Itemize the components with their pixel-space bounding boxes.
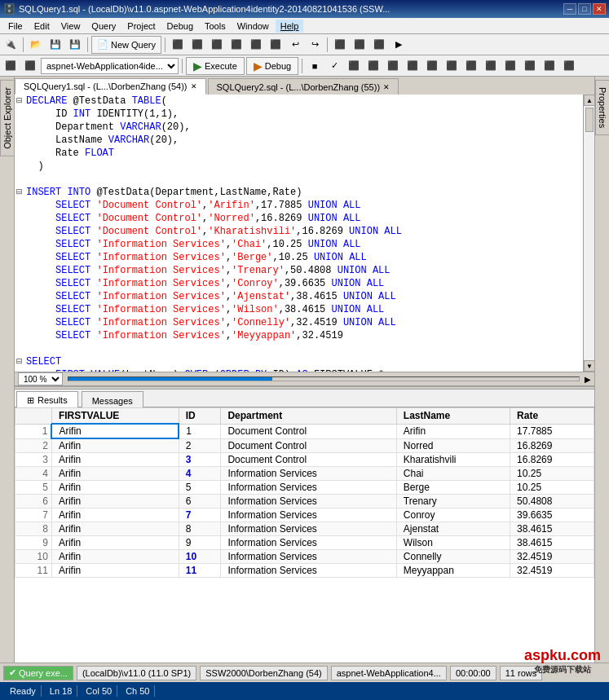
col-header-lastname[interactable]: LastName <box>396 408 510 425</box>
debug-button[interactable]: ▶ Debug <box>246 57 298 75</box>
tb-btn-11[interactable]: ⬛ <box>370 36 388 54</box>
results-tabs: ⊞ Results Messages <box>15 390 594 407</box>
save-all-btn[interactable]: 💾 <box>66 36 84 54</box>
table-cell: Conroy <box>396 508 510 522</box>
status-time: 00:00:00 <box>450 666 496 680</box>
tb-btn-12[interactable]: ▶ <box>390 36 408 54</box>
tb2-btn-10[interactable]: ⬛ <box>462 57 480 75</box>
menu-help[interactable]: Help <box>276 20 304 33</box>
database-selector[interactable]: aspnet-WebApplication4ide... <box>41 58 179 74</box>
code-line-9: SELECT 'Document Control','Arifin',17.78… <box>15 199 583 212</box>
tb-btn-7[interactable]: ↩ <box>286 36 304 54</box>
cell-firstvalue: Arifin <box>51 508 179 522</box>
menu-file[interactable]: File <box>3 20 28 33</box>
tb-btn-5[interactable]: ⬛ <box>247 36 265 54</box>
table-cell: Information Services <box>221 550 396 564</box>
tb-btn-9[interactable]: ⬛ <box>331 36 349 54</box>
close-button[interactable]: ✕ <box>593 3 606 15</box>
menu-edit[interactable]: Edit <box>29 20 55 33</box>
content-area: SQLQuery1.sql - (L...\DorbenZhang (54)) … <box>15 77 594 663</box>
status-connection: SSW2000\DorbenZhang (54) <box>200 666 327 680</box>
tb2-btn-1[interactable]: ⬛ <box>2 57 20 75</box>
grid-icon: ⊞ <box>27 395 34 406</box>
table-cell: 10.25 <box>510 467 594 481</box>
expand-icon-3[interactable]: ⊟ <box>16 355 24 368</box>
tab1-close[interactable]: ✕ <box>191 82 197 90</box>
menu-project[interactable]: Project <box>122 20 160 33</box>
code-line-8: ⊟ INSERT INTO @TestData(Department,LastN… <box>15 186 583 199</box>
tb2-btn-5[interactable]: ⬛ <box>364 57 382 75</box>
execute-button[interactable]: ▶ Execute <box>186 57 245 75</box>
code-line-4: LastName VARCHAR(20), <box>15 134 583 147</box>
col-header-department[interactable]: Department <box>221 408 396 425</box>
zoom-selector[interactable]: 100 % <box>18 372 63 385</box>
tb-btn-1[interactable]: ⬛ <box>169 36 187 54</box>
tab-sqlquery2[interactable]: SQLQuery2.sql - (L...\DorbenZhang (55)) … <box>208 78 399 95</box>
tb2-btn-3[interactable]: ✓ <box>325 57 343 75</box>
tb2-btn-4[interactable]: ⬛ <box>345 57 363 75</box>
tb2-cancel-btn[interactable]: ■ <box>306 57 324 75</box>
menu-query[interactable]: Query <box>86 20 121 33</box>
object-explorer-tab[interactable]: Object Explorer <box>0 80 15 156</box>
save-btn[interactable]: 💾 <box>46 36 64 54</box>
col-header-rate[interactable]: Rate <box>510 408 594 425</box>
cell-firstvalue: Arifin <box>51 536 179 550</box>
scroll-up-btn[interactable]: ▲ <box>584 95 594 106</box>
tb2-btn-11[interactable]: ⬛ <box>482 57 500 75</box>
tb2-btn-7[interactable]: ⬛ <box>404 57 421 75</box>
new-connection-btn[interactable]: 🔌 <box>2 36 20 54</box>
menu-tools[interactable]: Tools <box>200 20 231 33</box>
tb2-btn-6[interactable]: ⬛ <box>384 57 402 75</box>
tab-sqlquery1[interactable]: SQLQuery1.sql - (L...\DorbenZhang (54)) … <box>15 78 206 95</box>
code-line-10: SELECT 'Document Control','Norred',16.82… <box>15 212 583 225</box>
results-table-container[interactable]: FIRSTVALUE ID Department LastName Rate 1… <box>15 407 594 663</box>
code-line-1: ⊟ DECLARE @TestData TABLE( <box>15 95 583 108</box>
bottom-bar: Ready Ln 18 Col 50 Ch 50 <box>0 682 609 700</box>
col-header-id[interactable]: ID <box>179 408 221 425</box>
zoom-right-arrow[interactable]: ▶ <box>585 375 591 384</box>
table-cell: 50.4808 <box>510 495 594 508</box>
tb2-btn-9[interactable]: ⬛ <box>443 57 461 75</box>
cell-firstvalue: Arifin <box>51 495 179 508</box>
results-tab-results[interactable]: ⊞ Results <box>16 391 78 409</box>
tb-btn-2[interactable]: ⬛ <box>188 36 206 54</box>
new-query-button[interactable]: 📄 New Query <box>91 36 161 54</box>
tb-btn-4[interactable]: ⬛ <box>227 36 245 54</box>
expand-icon-1[interactable]: ⊟ <box>16 95 24 108</box>
menu-window[interactable]: Window <box>232 20 274 33</box>
table-cell: 17.7885 <box>510 424 594 438</box>
tb2-btn-8[interactable]: ⬛ <box>423 57 441 75</box>
properties-tab[interactable]: Properties <box>595 80 610 135</box>
editor-scrollbar[interactable]: ▲ ▼ <box>583 95 594 372</box>
tb2-btn-14[interactable]: ⬛ <box>541 57 558 75</box>
expand-icon-2[interactable]: ⊟ <box>16 186 24 199</box>
toolbar2-sep-2 <box>302 59 302 73</box>
scroll-thumb[interactable] <box>585 108 594 132</box>
cell-firstvalue: Arifin <box>51 522 179 536</box>
tb2-btn-15[interactable]: ⬛ <box>560 57 578 75</box>
editor[interactable]: ⊟ DECLARE @TestData TABLE( ID INT IDENTI… <box>15 95 583 372</box>
open-file-btn[interactable]: 📂 <box>27 36 45 54</box>
scroll-down-btn[interactable]: ▼ <box>584 360 594 372</box>
table-row: 6Arifin6Information ServicesTrenary50.48… <box>15 495 594 508</box>
tb2-btn-12[interactable]: ⬛ <box>501 57 519 75</box>
ch-text: Ch 50 <box>121 685 155 697</box>
execute-label: Execute <box>205 61 237 71</box>
tb-btn-10[interactable]: ⬛ <box>351 36 368 54</box>
tab2-label: SQLQuery2.sql - (L...\DorbenZhang (55)) <box>217 82 381 92</box>
tb2-btn-2[interactable]: ⬛ <box>21 57 39 75</box>
maximize-button[interactable]: □ <box>578 3 591 15</box>
tb-btn-6[interactable]: ⬛ <box>267 36 285 54</box>
status-bar: ✔ Query exe... (LocalDb)\v11.0 (11.0 SP1… <box>0 663 609 682</box>
tb2-btn-13[interactable]: ⬛ <box>521 57 539 75</box>
code-line-19: SELECT 'Information Services','Meyyappan… <box>15 329 583 342</box>
title-bar: 🗄️ SQLQuery1.sql - (LocalDb)\v11.0.aspne… <box>0 0 609 18</box>
menu-debug[interactable]: Debug <box>162 20 198 33</box>
col-header-firstvalue[interactable]: FIRSTVALUE <box>51 408 179 425</box>
results-tab-messages[interactable]: Messages <box>82 391 143 409</box>
menu-view[interactable]: View <box>56 20 86 33</box>
tb-btn-8[interactable]: ↪ <box>306 36 324 54</box>
tb-btn-3[interactable]: ⬛ <box>208 36 226 54</box>
tab2-close[interactable]: ✕ <box>383 83 390 91</box>
minimize-button[interactable]: ─ <box>563 3 576 15</box>
